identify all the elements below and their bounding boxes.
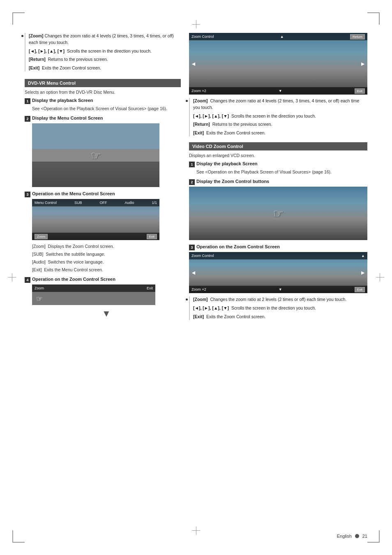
vcd-step-3: 3 Operation on the Zoom Control Screen Z… <box>189 244 367 320</box>
corner-mark-tl <box>12 12 25 25</box>
hand-cursor-2: ☞ <box>91 148 101 162</box>
bullet-right-top <box>186 100 188 102</box>
r-arrows-desc: [◄], [►], [▲], [▼] Scrolls the screen in… <box>193 113 367 120</box>
right-top-desc: [Zoom] Changes the zoom ratio at 4 level… <box>189 98 367 136</box>
dvdvr-section-desc: Selects an option from the DVD-VR Disc M… <box>25 90 181 95</box>
arrows-desc-1: [◄], [►], [▲], [▼] Scrolls the screen in… <box>29 48 181 55</box>
right-top-screen: Zoom Control ▲ Return ◄ ► Zoom ×2 ▼ Exit <box>189 33 367 95</box>
vcd-exit-desc: [Exit] Exits the Zoom Control screen. <box>193 314 367 320</box>
hand-cursor-vcd2: ☞ <box>273 207 284 220</box>
step-3-desc-sub: [SUB] Switches the subtitle language. <box>32 251 181 257</box>
corner-mark-br <box>367 530 380 543</box>
r-exit-desc: [Exit] Exits the Zoom Control screen. <box>193 130 367 136</box>
step-4: 4 Operation on the Zoom Control Screen Z… <box>25 277 181 319</box>
corner-mark-tr <box>367 12 380 25</box>
vcd-section-header: Video CD Zoom Control <box>189 142 367 150</box>
step-3-desc-audio: [Audio] Switches the voice language. <box>32 259 181 265</box>
page-content: [Zoom] Changes the zoom ratio at 4 level… <box>25 33 367 530</box>
step-2-title: 2 Display the Menu Control Screen <box>25 116 181 122</box>
footer-circle <box>355 534 359 538</box>
step-1-title: 1 Display the playback Screen <box>25 98 181 104</box>
r-return-desc: [Return] Returns to the previous screen. <box>193 121 367 128</box>
step-1: 1 Display the playback Screen See <Opera… <box>25 98 181 112</box>
step-3-screen: Menu Control SUB OFF Audio 1/1 Zoom Exit <box>32 199 159 240</box>
down-arrow-indicator: ▼ <box>32 308 181 319</box>
vcd-step-3-desc: [Zoom] Changes the zoom ratio at 2 level… <box>189 296 367 320</box>
zoom-desc-1: [Zoom] Changes the zoom ratio at 4 level… <box>29 33 181 46</box>
right-top-bar: Zoom Control ▲ Return <box>189 33 367 40</box>
right-arrow-1: ► <box>360 60 366 67</box>
vcd-zoom-desc: [Zoom] Changes the zoom ratio at 2 level… <box>193 296 367 303</box>
vcd-step-2-title: 2 Display the Zoom Control buttons <box>189 179 367 185</box>
step-1-content: See <Operation on the Playback Screen of… <box>32 106 181 112</box>
vcd-step-3-screen: Zoom Control ▲ ◄ ► Zoom ×2 ▼ Exit <box>189 252 367 293</box>
vcd-step-2: 2 Display the Zoom Control buttons ☞ <box>189 179 367 240</box>
right-column: Zoom Control ▲ Return ◄ ► Zoom ×2 ▼ Exit… <box>189 33 367 530</box>
vcd-step-1-title: 1 Display the playback Screen <box>189 161 367 167</box>
step-3-desc-zoom: [Zoom] Displays the Zoom Control screen. <box>32 243 181 250</box>
crosshair-left-v <box>12 273 12 282</box>
right-bot-bar: Zoom ×2 ▼ Exit <box>189 87 367 95</box>
r-zoom-desc: [Zoom] Changes the zoom ratio at 4 level… <box>193 98 367 111</box>
step-3-screen-topbar: Menu Control SUB OFF Audio 1/1 <box>32 199 159 206</box>
step-3-title: 3 Operation on the Menu Control Screen <box>25 191 181 197</box>
vcd-step-3-topbar: Zoom Control ▲ <box>189 252 367 259</box>
crosshair-top-v <box>196 20 196 28</box>
step-3-screen-botbar: Zoom Exit <box>32 233 159 240</box>
vcd-step-3-botbar: Zoom ×2 ▼ Exit <box>189 286 367 293</box>
step-2-screen: ☞ <box>32 123 159 187</box>
step-2: 2 Display the Menu Control Screen ☞ <box>25 116 181 187</box>
vcd-left-arrow: ◄ <box>191 269 196 276</box>
vcd-step-3-title: 3 Operation on the Zoom Control Screen <box>189 244 367 250</box>
return-desc-1: [Return] Returns to the previous screen. <box>29 56 181 63</box>
left-top-desc: [Zoom] Changes the zoom ratio at 4 level… <box>25 33 181 72</box>
bullet-vcd-3 <box>186 298 188 301</box>
step-4-screen: Zoom Exit ☞ <box>32 284 155 305</box>
crosshair-right-v <box>380 273 380 282</box>
crosshair-right-h <box>376 277 384 278</box>
left-column: [Zoom] Changes the zoom ratio at 4 level… <box>25 33 181 530</box>
vcd-step-1-content: See <Operation on the Playback Screen of… <box>196 169 367 175</box>
left-arrow-1: ◄ <box>191 60 196 67</box>
exit-desc-1: [Exit] Exits the Zoom Control screen. <box>29 65 181 72</box>
bullet-left-top <box>21 35 23 37</box>
step-3-desc-exit: [Exit] Exits the Menu Control screen. <box>32 267 181 273</box>
vcd-step-1: 1 Display the playback Screen See <Opera… <box>189 161 367 175</box>
dvdvr-section-header: DVD-VR Menu Control <box>25 79 181 87</box>
vcd-right-arrow: ► <box>360 269 366 276</box>
step-4-title: 4 Operation on the Zoom Control Screen <box>25 277 181 283</box>
page-footer: English 21 <box>337 534 367 539</box>
step-3: 3 Operation on the Menu Control Screen M… <box>25 191 181 273</box>
vcd-step-2-screen: ☞ <box>189 187 367 240</box>
vcd-section-desc: Displays an enlarged VCD screen. <box>189 153 367 158</box>
vcd-arrows-desc: [◄], [►], [▲], [▼] Scrolls the screen in… <box>193 305 367 312</box>
corner-mark-bl <box>12 530 25 543</box>
